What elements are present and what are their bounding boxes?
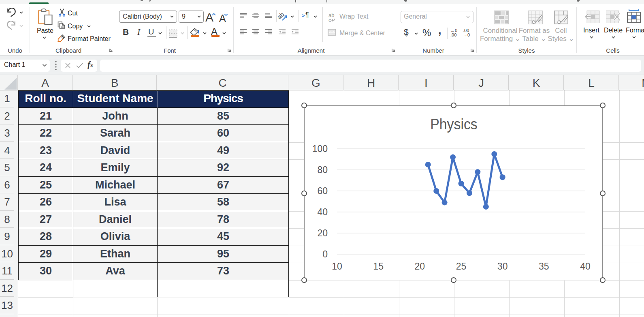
svg-text:15: 15 xyxy=(373,261,384,272)
svg-text:10: 10 xyxy=(332,261,342,272)
svg-text:c: c xyxy=(328,17,331,22)
svg-text:60: 60 xyxy=(317,186,328,196)
svg-text:20: 20 xyxy=(415,261,425,272)
svg-text:30: 30 xyxy=(497,261,508,272)
svg-text:40: 40 xyxy=(580,261,591,272)
svg-text:25: 25 xyxy=(456,261,467,272)
svg-text:0: 0 xyxy=(322,249,328,259)
svg-text:20: 20 xyxy=(317,228,328,238)
svg-text:40: 40 xyxy=(317,207,328,217)
svg-text:35: 35 xyxy=(539,261,549,272)
svg-text:80: 80 xyxy=(317,165,328,175)
svg-text:100: 100 xyxy=(312,144,328,154)
